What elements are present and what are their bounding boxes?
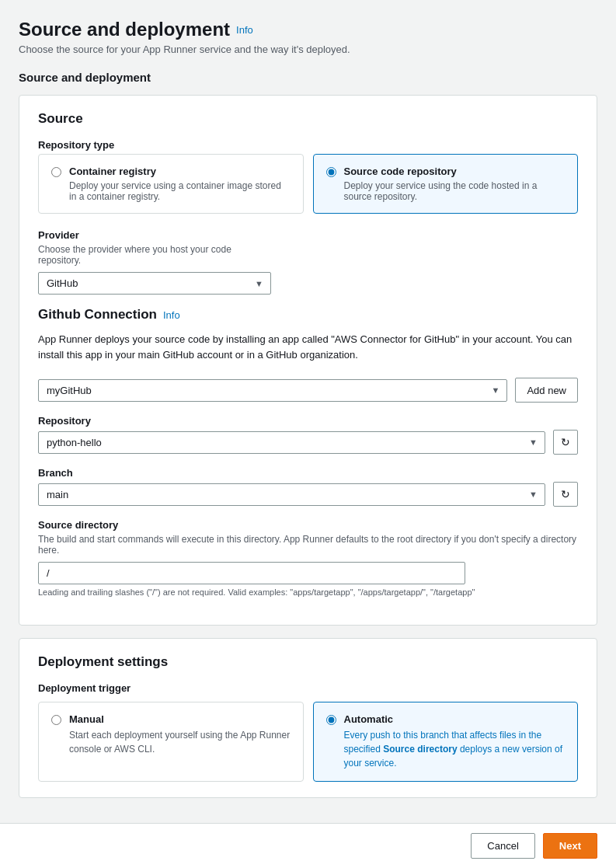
automatic-content: Automatic Every push to this branch that…	[344, 713, 566, 770]
next-button[interactable]: Next	[543, 833, 597, 859]
repository-type-label: Repository type	[38, 139, 578, 151]
manual-content: Manual Start each deployment yourself us…	[69, 713, 291, 756]
container-registry-radio[interactable]	[51, 167, 61, 177]
source-code-repository-content: Source code repository Deploy your servi…	[344, 166, 566, 202]
cancel-button[interactable]: Cancel	[471, 833, 534, 859]
github-connection-title: Github Connection	[38, 307, 157, 322]
source-card-title: Source	[38, 111, 578, 127]
deployment-trigger-label: Deployment trigger	[38, 682, 578, 694]
page-info-link[interactable]: Info	[236, 24, 253, 36]
source-directory-note: Leading and trailing slashes ("/") are n…	[38, 587, 578, 597]
automatic-option[interactable]: Automatic Every push to this branch that…	[313, 702, 579, 782]
source-code-repository-radio[interactable]	[326, 167, 336, 177]
branch-label: Branch	[38, 467, 578, 479]
source-code-repository-desc: Deploy your service using the code hoste…	[344, 180, 566, 202]
branch-row: main ▼ ↻	[38, 482, 578, 507]
connection-select[interactable]: myGitHub	[38, 379, 507, 402]
github-connection-row: myGitHub ▼ Add new	[38, 378, 578, 403]
branch-refresh-icon: ↻	[561, 488, 570, 500]
deployment-trigger-radio-group: Manual Start each deployment yourself us…	[38, 702, 578, 782]
source-directory-label: Source directory	[38, 519, 578, 531]
source-directory-hint: The build and start commands will execut…	[38, 534, 578, 556]
container-registry-title: Container registry	[69, 166, 291, 177]
branch-refresh-button[interactable]: ↻	[553, 482, 578, 507]
provider-hint: Choose the provider where you host your …	[38, 244, 271, 266]
container-registry-option[interactable]: Container registry Deploy your service u…	[38, 154, 304, 214]
repository-refresh-button[interactable]: ↻	[553, 430, 578, 455]
repository-label: Repository	[38, 415, 578, 427]
branch-field: Branch main ▼ ↻	[38, 467, 578, 507]
refresh-icon: ↻	[561, 436, 570, 448]
repository-select[interactable]: python-hello	[38, 431, 545, 454]
section-header: Source and deployment	[19, 71, 597, 84]
source-card: Source Repository type Container registr…	[19, 95, 597, 626]
repository-select-wrapper: python-hello ▼	[38, 431, 545, 454]
deployment-settings-title: Deployment settings	[38, 654, 578, 670]
manual-option[interactable]: Manual Start each deployment yourself us…	[38, 702, 304, 782]
footer: Cancel Next	[0, 823, 616, 868]
connection-select-wrapper: myGitHub ▼	[38, 379, 507, 402]
github-connection-desc: App Runner deploys your source code by i…	[38, 332, 578, 362]
source-code-repository-option[interactable]: Source code repository Deploy your servi…	[313, 154, 579, 214]
page-title: Source and deployment	[19, 19, 230, 40]
source-code-repository-title: Source code repository	[344, 166, 566, 177]
deployment-settings-card: Deployment settings Deployment trigger M…	[19, 638, 597, 798]
page-subtitle: Choose the source for your App Runner se…	[19, 44, 597, 55]
manual-radio[interactable]	[51, 715, 61, 725]
github-connection-info-link[interactable]: Info	[163, 309, 180, 321]
repository-row: python-hello ▼ ↻	[38, 430, 578, 455]
branch-select-wrapper: main ▼	[38, 483, 545, 506]
manual-title: Manual	[69, 713, 291, 725]
automatic-title: Automatic	[344, 713, 566, 725]
github-connection-section: Github Connection Info App Runner deploy…	[38, 307, 578, 597]
manual-desc: Start each deployment yourself using the…	[69, 728, 291, 756]
branch-select[interactable]: main	[38, 483, 545, 506]
source-directory-input[interactable]	[38, 562, 465, 584]
automatic-radio[interactable]	[326, 715, 336, 725]
repository-field: Repository python-hello ▼ ↻	[38, 415, 578, 455]
source-directory-field: Source directory The build and start com…	[38, 519, 578, 597]
container-registry-desc: Deploy your service using a container im…	[69, 180, 291, 202]
provider-select[interactable]: GitHub Bitbucket	[38, 272, 271, 295]
add-new-button[interactable]: Add new	[515, 378, 578, 403]
automatic-desc: Every push to this branch that affects f…	[344, 728, 566, 770]
provider-select-wrapper: GitHub Bitbucket ▼	[38, 272, 271, 295]
repository-type-field: Repository type Container registry Deplo…	[38, 139, 578, 214]
repository-type-radio-group: Container registry Deploy your service u…	[38, 154, 578, 214]
container-registry-content: Container registry Deploy your service u…	[69, 166, 291, 202]
provider-field: Provider Choose the provider where you h…	[38, 229, 271, 295]
provider-label: Provider	[38, 229, 271, 241]
github-connection-header: Github Connection Info	[38, 307, 578, 322]
